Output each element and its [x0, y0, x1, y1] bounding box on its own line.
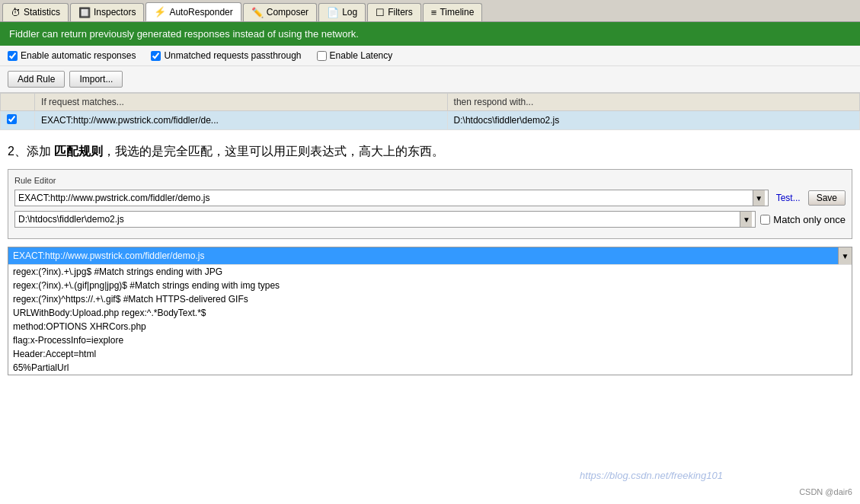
rule-editor: Rule Editor EXACT:http://www.pwstrick.co…	[8, 169, 852, 239]
tab-inspectors[interactable]: 🔲 Inspectors	[70, 3, 144, 21]
enable-auto-text: Enable automatic responses	[21, 50, 136, 61]
dropdown-option-6[interactable]: Header:Accept=html	[8, 347, 852, 361]
match-once-text: Match only once	[773, 214, 846, 225]
match-once-checkbox[interactable]	[760, 215, 770, 225]
rules-table: If request matches... then respond with.…	[0, 93, 860, 130]
tab-autoresponder-label: AutoResponder	[169, 7, 232, 18]
tab-timeline-label: Timeline	[440, 7, 474, 18]
unmatched-pass-checkbox[interactable]	[151, 51, 161, 61]
dropdown-list-btn[interactable]: ▼	[838, 247, 852, 264]
rule-editor-field1-dropdown-btn[interactable]: ▼	[753, 190, 765, 206]
log-icon: 📄	[327, 7, 339, 18]
csdn-label: CSDN @dair6	[799, 487, 852, 496]
rule-editor-field2-dropdown[interactable]: D:\htdocs\fiddler\demo2.js ▼	[14, 211, 756, 228]
enable-latency-label[interactable]: Enable Latency	[317, 50, 393, 61]
dropdown-selected-value[interactable]: EXACT:http://www.pwstrick.com/fiddler/de…	[8, 247, 838, 264]
table-header-then: then respond with...	[447, 94, 859, 111]
dropdown-option-0[interactable]: regex:(?inx).+\.jpg$ #Match strings endi…	[8, 265, 852, 279]
table-cell-if: EXACT:http://www.pwstrick.com/fiddler/de…	[35, 111, 447, 130]
dropdown-option-7[interactable]: 65%PartialUrl	[8, 361, 852, 375]
timeline-icon: ≡	[431, 7, 437, 18]
rule-editor-row-1: EXACT:http://www.pwstrick.com/fiddler/de…	[14, 190, 846, 206]
composer-icon: ✏️	[251, 7, 264, 18]
inspectors-icon: 🔲	[78, 7, 91, 18]
add-rule-button[interactable]: Add Rule	[8, 71, 65, 88]
tab-autoresponder[interactable]: ⚡ AutoResponder	[145, 2, 241, 21]
section-text-content: 2、添加 匹配规则，我选的是完全匹配，这里可以用正则表达式，高大上的东西。	[8, 145, 444, 158]
unmatched-pass-text: Unmatched requests passthrough	[164, 50, 301, 61]
test-button[interactable]: Test...	[773, 191, 804, 205]
tab-timeline[interactable]: ≡ Timeline	[423, 3, 483, 21]
statistics-icon: ⏱	[11, 7, 21, 18]
table-cell-check	[1, 111, 35, 130]
dropdown-options-list: regex:(?inx).+\.jpg$ #Match strings endi…	[8, 264, 852, 375]
autoresponder-icon: ⚡	[154, 6, 166, 18]
checkbox-row: Enable automatic responses Unmatched req…	[0, 46, 860, 66]
enable-latency-text: Enable Latency	[330, 50, 393, 61]
rule-editor-field1-dropdown[interactable]: EXACT:http://www.pwstrick.com/fiddler/de…	[14, 190, 769, 206]
enable-auto-checkbox[interactable]	[8, 51, 18, 61]
dropdown-list: EXACT:http://www.pwstrick.com/fiddler/de…	[8, 247, 852, 375]
tab-log-label: Log	[342, 7, 357, 18]
row-checkbox[interactable]	[7, 114, 17, 124]
dropdown-option-1[interactable]: regex:(?inx).+\.(gif|png|jpg)$ #Match st…	[8, 279, 852, 292]
tab-statistics-label: Statistics	[24, 7, 60, 18]
table-header-if: If request matches...	[35, 94, 447, 111]
unmatched-pass-label[interactable]: Unmatched requests passthrough	[151, 50, 301, 61]
table-header-row: If request matches... then respond with.…	[1, 94, 860, 111]
info-bar: Fiddler can return previously generated …	[0, 22, 860, 46]
match-once-label[interactable]: Match only once	[760, 214, 846, 225]
watermark: https://blog.csdn.net/freeking101	[580, 470, 723, 481]
enable-auto-label[interactable]: Enable automatic responses	[8, 50, 136, 61]
dropdown-option-4[interactable]: method:OPTIONS XHRCors.php	[8, 320, 852, 333]
rule-editor-field2-dropdown-btn[interactable]: ▼	[740, 212, 752, 227]
page-wrapper: ⏱ Statistics 🔲 Inspectors ⚡ AutoResponde…	[0, 0, 860, 504]
main-content: Fiddler can return previously generated …	[0, 22, 860, 375]
rule-editor-field1-value: EXACT:http://www.pwstrick.com/fiddler/de…	[18, 193, 753, 203]
dropdown-option-2[interactable]: regex:(?inx)^https://.+\.gif$ #Match HTT…	[8, 292, 852, 306]
rule-editor-field2-value: D:\htdocs\fiddler\demo2.js	[18, 214, 740, 225]
tab-inspectors-label: Inspectors	[94, 7, 136, 18]
tab-bar: ⏱ Statistics 🔲 Inspectors ⚡ AutoResponde…	[0, 0, 860, 22]
dropdown-option-5[interactable]: flag:x-ProcessInfo=iexplore	[8, 333, 852, 347]
rule-editor-row-2: D:\htdocs\fiddler\demo2.js ▼ Match only …	[14, 211, 846, 228]
tab-filters-label: Filters	[388, 7, 413, 18]
import-button[interactable]: Import...	[69, 71, 123, 88]
button-row: Add Rule Import...	[0, 66, 860, 93]
tab-composer[interactable]: ✏️ Composer	[243, 3, 317, 21]
dropdown-option-3[interactable]: URLWithBody:Upload.php regex:^.*BodyText…	[8, 306, 852, 320]
tab-log[interactable]: 📄 Log	[318, 3, 366, 21]
table-header-check	[1, 94, 35, 111]
section-text: 2、添加 匹配规则，我选的是完全匹配，这里可以用正则表达式，高大上的东西。	[0, 130, 860, 169]
save-button[interactable]: Save	[808, 190, 846, 206]
enable-latency-checkbox[interactable]	[317, 51, 327, 61]
tab-filters[interactable]: ☐ Filters	[367, 3, 421, 21]
dropdown-list-header: EXACT:http://www.pwstrick.com/fiddler/de…	[8, 247, 852, 264]
info-bar-text: Fiddler can return previously generated …	[9, 28, 359, 40]
filters-icon: ☐	[376, 7, 385, 18]
rule-editor-title: Rule Editor	[14, 176, 846, 185]
table-row[interactable]: EXACT:http://www.pwstrick.com/fiddler/de…	[1, 111, 860, 130]
tab-composer-label: Composer	[267, 7, 309, 18]
table-cell-then: D:\htdocs\fiddler\demo2.js	[447, 111, 859, 130]
tab-statistics[interactable]: ⏱ Statistics	[2, 3, 69, 21]
